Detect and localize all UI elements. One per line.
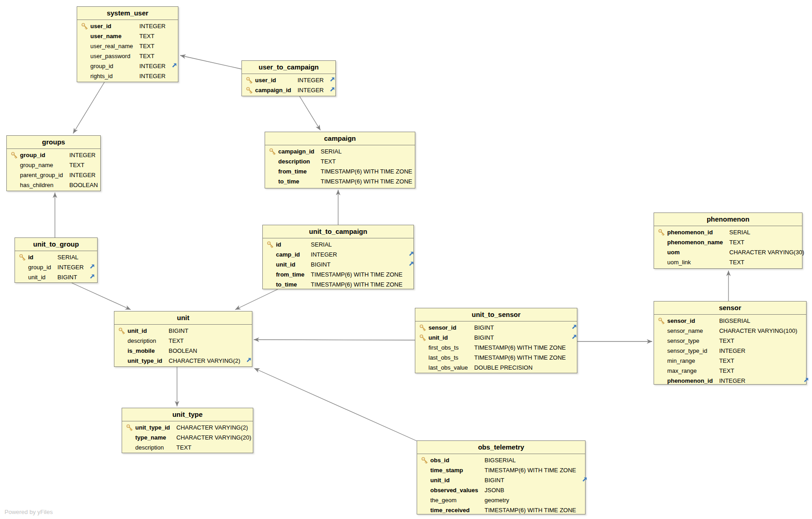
table-system_user[interactable]: system_useruser_idINTEGERuser_nameTEXTus… xyxy=(77,6,178,82)
edge-user_to_campaign-to-campaign[interactable] xyxy=(300,96,320,130)
field-type: TEXT xyxy=(139,51,167,61)
field-type: TEXT xyxy=(719,336,799,346)
field-row: unit_idBIGINT xyxy=(415,332,581,342)
field-name: user_password xyxy=(90,51,139,61)
empty-fk-cell xyxy=(806,237,812,247)
primary-key-icon xyxy=(11,152,18,158)
field-row: last_obs_valueDOUBLE PRECISION xyxy=(415,362,581,372)
field-type: TEXT xyxy=(139,41,167,51)
field-type: BIGINT xyxy=(474,332,568,342)
empty-icon-cell xyxy=(263,249,276,259)
empty-icon-cell xyxy=(122,432,135,442)
empty-icon-cell xyxy=(122,442,135,452)
field-type: BIGSERIAL xyxy=(719,316,799,326)
field-type: CHARACTER VARYING(100) xyxy=(719,326,799,336)
field-type: SERIAL xyxy=(320,146,414,156)
field-name: unit_id xyxy=(28,272,58,282)
field-type: INTEGER xyxy=(139,21,167,31)
field-name: user_id xyxy=(90,21,139,31)
field-name: camp_id xyxy=(276,249,311,259)
empty-icon-cell xyxy=(263,259,276,269)
empty-icon-cell xyxy=(654,376,667,386)
field-list: unit_type_idCHARACTER VARYING(2)type_nam… xyxy=(122,422,267,452)
field-type: JSONB xyxy=(485,485,578,495)
field-name: group_id xyxy=(90,61,139,71)
field-type: INTEGER xyxy=(69,170,100,180)
empty-icon-cell xyxy=(7,180,20,190)
edge-obs_telemetry-to-unit[interactable] xyxy=(254,368,417,441)
empty-fk-cell xyxy=(578,465,591,475)
field-type: SERIAL xyxy=(729,227,806,237)
table-user_to_campaign[interactable]: user_to_campaignuser_idINTEGERcampaign_i… xyxy=(241,60,336,96)
primary-key-cell xyxy=(7,150,20,160)
edge-unit_to_group-to-unit[interactable] xyxy=(72,283,131,310)
table-unit_type[interactable]: unit_typeunit_type_idCHARACTER VARYING(2… xyxy=(122,408,253,453)
empty-fk-cell xyxy=(167,41,181,51)
foreign-key-icon xyxy=(571,334,577,340)
field-row: to_timeTIMESTAMP(6) WITH TIME ZONE xyxy=(265,176,428,186)
empty-fk-cell xyxy=(167,31,181,41)
empty-fk-cell xyxy=(253,442,267,452)
primary-key-icon xyxy=(269,148,276,155)
table-unit_to_sensor[interactable]: unit_to_sensorsensor_idBIGINTunit_idBIGI… xyxy=(415,308,577,373)
edge-unit_to_sensor-to-unit[interactable] xyxy=(254,340,415,340)
foreign-key-icon xyxy=(408,251,414,257)
empty-fk-cell xyxy=(167,21,181,31)
field-row: user_nameTEXT xyxy=(77,31,181,41)
edge-system_user-to-groups[interactable] xyxy=(73,82,104,133)
table-groups[interactable]: groupsgroup_idINTEGERgroup_nameTEXTparen… xyxy=(6,135,101,191)
field-list: group_idINTEGERgroup_nameTEXTparent_grou… xyxy=(7,150,113,190)
empty-icon-cell xyxy=(417,485,430,495)
empty-fk-cell xyxy=(167,51,181,61)
table-unit_to_campaign[interactable]: unit_to_campaignidSERIALcamp_idINTEGERun… xyxy=(262,225,414,289)
table-campaign[interactable]: campaigncampaign_idSERIALdescriptionTEXT… xyxy=(265,132,415,188)
foreign-key-cell xyxy=(167,61,181,71)
empty-icon-cell xyxy=(417,495,430,505)
empty-fk-cell xyxy=(799,346,812,356)
field-type: TEXT xyxy=(729,257,806,267)
field-type: INTEGER xyxy=(297,75,325,85)
table-unit_to_group[interactable]: unit_to_groupidSERIALgroup_idINTEGERunit… xyxy=(15,237,98,283)
edge-unit_to_campaign-to-unit[interactable] xyxy=(235,289,278,310)
field-list: idSERIALgroup_idINTEGERunit_idBIGINT xyxy=(15,252,99,282)
empty-fk-cell xyxy=(578,505,591,515)
empty-fk-cell xyxy=(242,346,256,356)
field-name: from_time xyxy=(278,166,320,176)
field-name: is_mobile xyxy=(128,346,169,356)
empty-icon-cell xyxy=(114,336,128,346)
field-name: user_id xyxy=(255,75,297,85)
field-name: phenomenon_id xyxy=(667,376,719,386)
primary-key-cell xyxy=(417,455,430,465)
field-name: from_time xyxy=(276,269,311,279)
field-name: campaign_id xyxy=(278,146,320,156)
foreign-key-cell xyxy=(325,75,339,85)
field-row: parent_group_idINTEGER xyxy=(7,170,113,180)
foreign-key-icon xyxy=(89,263,95,269)
table-sensor[interactable]: sensorsensor_idBIGSERIALsensor_nameCHARA… xyxy=(654,301,807,385)
field-row: group_idINTEGER xyxy=(77,61,181,71)
field-row: min_rangeTEXT xyxy=(654,356,812,366)
field-name: obs_id xyxy=(430,455,485,465)
table-title: sensor xyxy=(654,302,806,315)
field-name: user_real_name xyxy=(90,41,139,51)
primary-key-icon xyxy=(658,317,665,324)
field-row: to_timeTIMESTAMP(6) WITH TIME ZONE xyxy=(263,279,418,289)
empty-fk-cell xyxy=(404,239,418,249)
field-name: parent_group_id xyxy=(20,170,69,180)
field-type: BIGINT xyxy=(58,272,86,282)
edge-user_to_campaign-to-system_user[interactable] xyxy=(180,55,241,69)
field-row: type_nameCHARACTER VARYING(20) xyxy=(122,432,267,442)
field-name: to_time xyxy=(278,176,320,186)
table-title: obs_telemetry xyxy=(417,441,585,454)
table-unit[interactable]: unitunit_idBIGINTdescriptionTEXTis_mobil… xyxy=(114,311,252,367)
field-row: idSERIAL xyxy=(15,252,99,262)
field-type: TIMESTAMP(6) WITH TIME ZONE xyxy=(320,166,414,176)
field-name: the_geom xyxy=(430,495,485,505)
table-phenomenon[interactable]: phenomenonphenomenon_idSERIALphenomenon_… xyxy=(654,213,802,269)
foreign-key-icon xyxy=(172,62,177,68)
foreign-key-cell xyxy=(85,262,99,272)
empty-icon-cell xyxy=(7,170,20,180)
field-name: type_name xyxy=(135,432,177,442)
field-type: geometry xyxy=(485,495,578,505)
table-obs_telemetry[interactable]: obs_telemetryobs_idBIGSERIALtime_stampTI… xyxy=(417,440,586,514)
